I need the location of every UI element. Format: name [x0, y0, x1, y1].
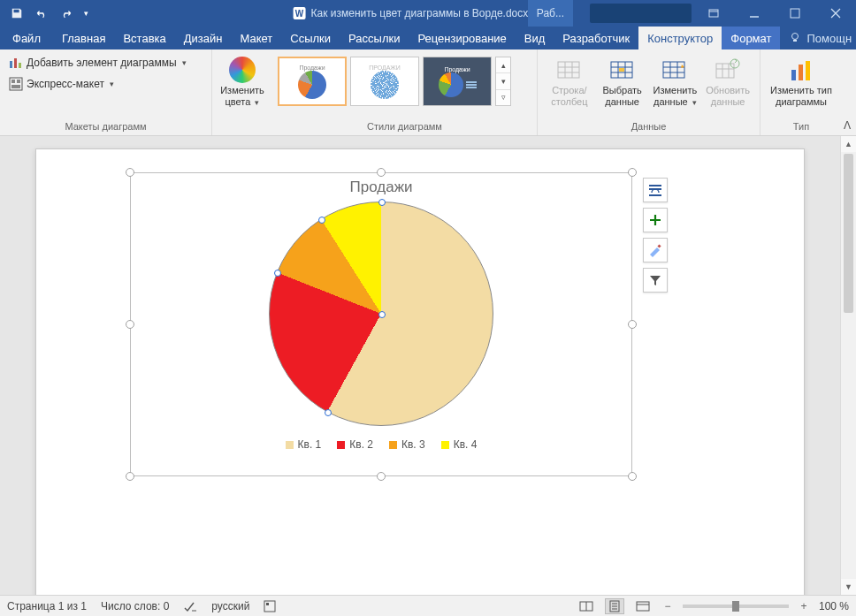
chart-style-2[interactable]: ПРОДАЖИ [350, 57, 419, 106]
svg-rect-13 [663, 62, 684, 78]
selection-handle[interactable] [628, 168, 637, 177]
select-data-button[interactable]: Выбрать данные [596, 53, 649, 110]
add-chart-element-button[interactable]: Добавить элемент диаграммы▾ [5, 53, 190, 72]
zoom-out-button[interactable]: − [661, 600, 674, 612]
close-button[interactable] [815, 0, 856, 27]
group-type-label: Тип [760, 119, 842, 135]
legend-item[interactable]: Кв. 1 [286, 438, 322, 451]
selection-handle[interactable] [126, 168, 134, 177]
group-chart-styles: Продажи ПРОДАЖИ Продажи [272, 49, 538, 135]
undo-button[interactable] [30, 2, 53, 25]
ribbon: Добавить элемент диаграммы▾ Экспресс-мак… [0, 49, 856, 136]
chart-filters-button[interactable] [643, 268, 668, 293]
window-controls [693, 0, 856, 27]
gallery-expand-icon[interactable]: ▿ [496, 90, 510, 105]
tab-design[interactable]: Дизайн [175, 27, 232, 49]
save-button[interactable] [5, 2, 28, 25]
status-word-count[interactable]: Число слов: 0 [101, 600, 169, 612]
tab-developer[interactable]: Разработчик [554, 27, 638, 49]
legend-item[interactable]: Кв. 2 [337, 438, 373, 451]
qat-customize[interactable]: ▾ [80, 2, 92, 25]
scroll-track[interactable] [841, 152, 856, 579]
svg-rect-8 [17, 80, 20, 83]
titlebar: ▾ W Как изменить цвет диаграммы в Ворде.… [0, 0, 856, 27]
data-point-handle[interactable] [274, 270, 281, 277]
collapse-ribbon-button[interactable]: ᐱ [844, 119, 851, 132]
svg-rect-19 [649, 185, 661, 186]
legend-swatch [389, 441, 397, 449]
tab-chart-design[interactable]: Конструктор [638, 27, 722, 49]
tab-review[interactable]: Рецензирование [409, 27, 515, 49]
scroll-up-button[interactable]: ▲ [841, 136, 856, 152]
svg-rect-27 [637, 602, 649, 611]
data-point-handle[interactable] [325, 409, 332, 416]
tell-me-search[interactable]: Помощн [780, 27, 856, 49]
view-print-layout[interactable] [605, 598, 624, 614]
status-page[interactable]: Страница 1 из 1 [7, 600, 87, 612]
selection-handle[interactable] [126, 320, 134, 329]
chart-styles-button[interactable] [643, 238, 668, 262]
zoom-slider[interactable] [683, 605, 789, 608]
selection-handle[interactable] [377, 168, 386, 177]
chart-object[interactable]: Продажи Кв. 1Кв. 2Кв. 3Кв. 4 [130, 172, 632, 476]
tab-references[interactable]: Ссылки [281, 27, 340, 49]
status-spellcheck-icon[interactable] [183, 600, 197, 612]
selection-handle[interactable] [377, 472, 386, 481]
chart-styles-more[interactable]: ▴ ▾ ▿ [495, 57, 511, 106]
edit-data-button[interactable]: Изменить данные ▾ [649, 53, 702, 110]
add-element-icon [9, 56, 23, 70]
tab-insert[interactable]: Вставка [114, 27, 174, 49]
zoom-percent[interactable]: 100 % [819, 600, 849, 612]
data-point-handle[interactable] [318, 217, 325, 224]
svg-rect-3 [10, 61, 12, 68]
view-read-mode[interactable] [577, 598, 596, 614]
page[interactable]: Продажи Кв. 1Кв. 2Кв. 3Кв. 4 [35, 148, 805, 595]
tab-file[interactable]: Файл [0, 27, 53, 49]
status-macro-icon[interactable] [264, 600, 276, 612]
pie-chart[interactable] [269, 202, 493, 426]
scroll-thumb[interactable] [844, 154, 853, 313]
chart-style-1[interactable]: Продажи [278, 57, 347, 106]
refresh-data-icon [715, 55, 741, 85]
svg-rect-0 [709, 10, 718, 17]
data-point-handle[interactable] [378, 311, 386, 318]
selection-handle[interactable] [126, 472, 134, 481]
quick-layout-button[interactable]: Экспресс-макет▾ [5, 74, 190, 94]
change-chart-type-button[interactable]: Изменить тип диаграммы [766, 53, 837, 110]
selection-handle[interactable] [628, 472, 637, 481]
legend-item[interactable]: Кв. 4 [441, 438, 478, 451]
group-chart-styles-label: Стили диаграмм [272, 119, 537, 135]
svg-rect-21 [649, 194, 661, 196]
layout-options-button[interactable] [643, 178, 668, 202]
svg-rect-7 [11, 80, 15, 83]
view-web-layout[interactable] [633, 598, 653, 614]
legend-label: Кв. 4 [454, 438, 478, 451]
gallery-up-icon[interactable]: ▴ [496, 57, 510, 73]
chart-legend[interactable]: Кв. 1Кв. 2Кв. 3Кв. 4 [131, 438, 631, 451]
status-language[interactable]: русский [211, 600, 249, 612]
zoom-in-button[interactable]: + [798, 600, 810, 612]
maximize-button[interactable] [775, 0, 815, 27]
legend-item[interactable]: Кв. 3 [389, 438, 425, 451]
tab-view[interactable]: Вид [516, 27, 554, 49]
zoom-slider-thumb[interactable] [732, 601, 739, 612]
change-colors-button[interactable]: Изменить цвета ▾ [217, 53, 268, 110]
scroll-down-button[interactable]: ▼ [841, 579, 856, 595]
ribbon-display-options[interactable] [693, 0, 734, 27]
chart-elements-button[interactable] [643, 208, 668, 232]
data-point-handle[interactable] [378, 199, 386, 206]
selection-handle[interactable] [628, 320, 637, 329]
redo-button[interactable] [55, 2, 78, 25]
minimize-button[interactable] [734, 0, 775, 27]
gallery-down-icon[interactable]: ▾ [496, 73, 510, 89]
tab-mailings[interactable]: Рассылки [340, 27, 409, 49]
add-chart-element-label: Добавить элемент диаграммы [27, 57, 177, 69]
group-change-colors: Изменить цвета ▾ [212, 49, 272, 135]
chart-style-3[interactable]: Продажи [423, 57, 492, 106]
vertical-scrollbar[interactable]: ▲ ▼ [840, 136, 856, 595]
svg-rect-18 [806, 61, 810, 80]
chart-floating-tools [643, 178, 668, 293]
tab-home[interactable]: Главная [53, 27, 114, 49]
tab-chart-format[interactable]: Формат [722, 27, 780, 49]
tab-layout[interactable]: Макет [231, 27, 281, 49]
